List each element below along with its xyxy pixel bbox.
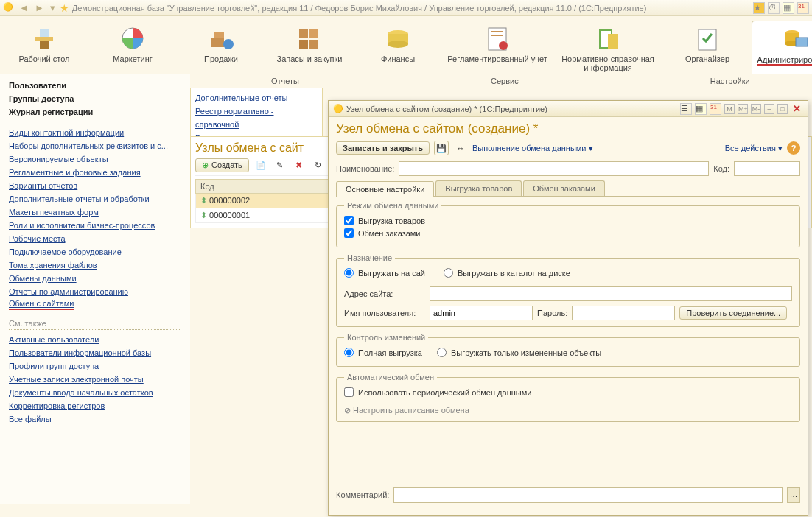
section-admin[interactable]: Администрирование (752, 21, 812, 74)
help-icon[interactable]: ? (787, 141, 800, 155)
tab-main[interactable]: Основные настройки (336, 181, 434, 197)
cat-settings[interactable]: Настройки (710, 77, 750, 85)
favlist-icon[interactable]: ★ (753, 2, 765, 14)
chk-exchange-orders[interactable]: Обмен заказами (344, 228, 792, 238)
close-icon[interactable]: ✕ (791, 103, 803, 114)
sidebar-link[interactable]: Подключаемое оборудование (9, 245, 181, 258)
exchange-run-icon[interactable]: ↔ (453, 141, 468, 155)
calc-icon[interactable]: ▦ (783, 2, 794, 14)
maximize-icon[interactable]: □ (777, 104, 788, 114)
svg-rect-8 (309, 29, 318, 38)
sidebar-exchange-sites[interactable]: Обмен с сайтами (9, 298, 74, 310)
svg-rect-16 (491, 35, 503, 36)
dlg-fav-icon[interactable]: ☰ (680, 103, 692, 115)
edit-icon[interactable]: ✎ (273, 158, 287, 172)
sidebar-link[interactable]: Обмены данными (9, 272, 181, 285)
auto-legend: Автоматический обмен (344, 373, 437, 381)
sidebar-link[interactable]: Дополнительные отчеты и обработки (9, 192, 181, 205)
cat-reports[interactable]: Отчеты (271, 77, 299, 85)
sidebar-link[interactable]: Отчеты по администрированию (9, 285, 181, 298)
mem-mplus[interactable]: М+ (738, 104, 748, 114)
refresh-icon[interactable]: ↻ (311, 158, 326, 172)
favorite-star-icon[interactable]: ★ (60, 2, 69, 14)
sidebar-groups[interactable]: Группы доступа (9, 92, 181, 105)
minimize-icon[interactable]: – (764, 104, 774, 114)
report-link[interactable]: Дополнительные отчеты (195, 91, 318, 105)
save-close-button[interactable]: Записать и закрыть (336, 141, 430, 155)
sidebar-link[interactable]: Макеты печатных форм (9, 205, 181, 219)
sidebar-journal[interactable]: Журнал регистрации (9, 105, 181, 119)
all-actions-link[interactable]: Все действия ▾ (725, 144, 783, 153)
rad-to-disk[interactable]: Выгружать в каталог на диске (444, 268, 570, 278)
chk-periodic[interactable]: Использовать периодический обмен данными (344, 387, 792, 397)
history-dropdown-icon[interactable]: ▾ (49, 2, 57, 13)
dlg-calendar-icon[interactable]: 31 (710, 103, 721, 115)
name-input[interactable] (399, 161, 709, 176)
code-input[interactable] (734, 161, 800, 176)
tab-goods[interactable]: Выгрузка товаров (435, 180, 522, 196)
sidebar-link[interactable]: Роли и исполнители бизнес-процессов (9, 219, 181, 232)
sidebar-link[interactable]: Наборы дополнительных реквизитов и с... (9, 139, 181, 152)
svg-rect-20 (608, 34, 618, 49)
copy-icon[interactable]: 📄 (253, 158, 268, 172)
sidebar-link[interactable]: Профили групп доступа (9, 359, 181, 373)
section-finance[interactable]: Финансы (354, 21, 442, 74)
dialog-wintitle: Узел обмена с сайтом (создание) * (1С:Пр… (346, 105, 547, 113)
comment-input[interactable] (393, 487, 783, 503)
cat-service[interactable]: Сервис (491, 77, 519, 85)
section-organizer[interactable]: Органайзер (663, 21, 752, 74)
sidebar-link[interactable]: Документы ввода начальных остатков (9, 386, 181, 399)
app-titlebar: 🟡 ◄ ► ▾ ★ Демонстрационная база "Управле… (0, 0, 812, 16)
dest-legend: Назначение (344, 253, 395, 262)
section-sales[interactable]: Продажи (177, 21, 265, 74)
exchange-run-link[interactable]: Выполнение обмена данными ▾ (472, 144, 593, 153)
addr-input[interactable] (430, 286, 792, 301)
exchange-node-dialog: 🟡 Узел обмена с сайтом (создание) * (1С:… (328, 100, 808, 516)
sidebar-link[interactable]: Версионируемые объекты (9, 152, 181, 166)
sidebar-link[interactable]: Виды контактной информации (9, 126, 181, 139)
rad-to-site[interactable]: Выгружать на сайт (344, 268, 429, 278)
mem-m[interactable]: М (724, 104, 735, 114)
mem-mminus[interactable]: М- (751, 104, 761, 114)
report-link[interactable]: Реестр нормативно - справочной (195, 105, 318, 131)
sidebar-link[interactable]: Активные пользователи (9, 333, 181, 346)
calendar-icon[interactable]: 31 (797, 2, 809, 14)
section-stock[interactable]: Запасы и закупки (265, 21, 354, 74)
dlg-calc-icon[interactable]: ▦ (695, 103, 707, 115)
svg-rect-0 (35, 37, 53, 41)
create-button[interactable]: ⊕Создать (195, 158, 249, 172)
nav-fwd-icon[interactable]: ► (33, 2, 46, 13)
sidebar-link[interactable]: Учетные записи электронной почты (9, 373, 181, 386)
rad-full[interactable]: Полная выгрузка (344, 348, 422, 357)
svg-rect-7 (299, 29, 308, 38)
sidebar-users[interactable]: Пользователи (9, 79, 181, 92)
sidebar-link[interactable]: Пользователи информационной базы (9, 346, 181, 359)
nav-back-icon[interactable]: ◄ (18, 2, 30, 13)
sidebar-link[interactable]: Тома хранения файлов (9, 258, 181, 272)
chk-upload-goods[interactable]: Выгрузка товаров (344, 216, 792, 225)
rad-changed[interactable]: Выгружать только измененные объекты (437, 348, 601, 357)
save-icon[interactable]: 💾 (434, 141, 449, 155)
dialog-app-icon: 🟡 (333, 104, 343, 113)
section-desktop[interactable]: Рабочий стол (0, 21, 88, 74)
sidebar-link[interactable]: Регламентные и фоновые задания (9, 166, 181, 179)
comment-select-icon[interactable]: … (787, 487, 800, 503)
sidebar-link[interactable]: Корректировка регистров (9, 399, 181, 412)
section-refdata[interactable]: Нормативно-справочная информация (553, 21, 663, 74)
section-marketing[interactable]: Маркетинг (88, 21, 177, 74)
sidebar-link[interactable]: Варианты отчетов (9, 179, 181, 192)
see-also-header: См. также (9, 319, 181, 330)
app-title: Демонстрационная база "Управление торгов… (72, 4, 750, 13)
sidebar-link[interactable]: Рабочие места (9, 232, 181, 245)
svg-rect-1 (40, 29, 49, 37)
svg-rect-9 (299, 40, 308, 49)
tab-orders[interactable]: Обмен заказами (523, 180, 605, 196)
history-icon[interactable]: ⏱ (768, 2, 780, 14)
schedule-link[interactable]: Настроить расписание обмена (353, 406, 469, 415)
sidebar-link[interactable]: Все файлы (9, 412, 181, 426)
test-connection-button[interactable]: Проверить соединение... (679, 306, 787, 320)
delete-icon[interactable]: ✖ (292, 158, 307, 172)
section-regacct[interactable]: Регламентированный учет (442, 21, 553, 74)
user-input[interactable] (430, 306, 533, 320)
pwd-input[interactable] (572, 306, 675, 320)
